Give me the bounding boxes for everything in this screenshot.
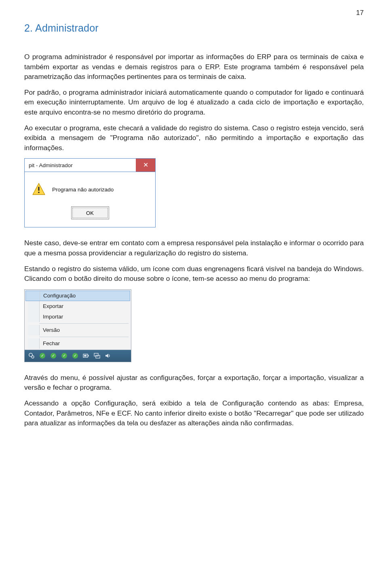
svg-rect-6 — [88, 355, 89, 357]
menu-item-label: Configuração — [43, 292, 76, 299]
paragraph-4: Neste caso, deve-se entrar em contato co… — [24, 238, 364, 258]
menu-gutter — [28, 325, 40, 335]
menu-item-label: Exportar — [43, 302, 63, 310]
system-tray: ✓ ✓ ✓ ✓ — [24, 350, 131, 362]
menu-gutter — [28, 312, 40, 322]
volume-icon[interactable] — [104, 352, 112, 359]
dialog-ok-button[interactable]: OK — [72, 208, 108, 218]
svg-rect-1 — [38, 187, 40, 191]
menu-item-fechar[interactable]: Fechar — [25, 338, 130, 349]
paragraph-2: Por padrão, o programa administrador ini… — [24, 87, 364, 117]
section-heading: 2. Administrador — [24, 21, 364, 36]
paragraph-3: Ao executar o programa, este checará a v… — [24, 123, 364, 153]
menu-gutter — [28, 291, 40, 301]
menu-item-label: Fechar — [43, 340, 60, 347]
menu-gutter — [28, 301, 40, 312]
dialog-message: Programa não autorizado — [52, 186, 114, 193]
gears-icon[interactable] — [28, 352, 35, 359]
paragraph-5: Estando o registro do sistema válido, um… — [24, 264, 364, 284]
menu-item-label: Versão — [43, 326, 60, 334]
dialog-titlebar: pit - Administrador ✕ — [25, 159, 155, 172]
warning-icon — [32, 183, 46, 196]
svg-point-4 — [32, 356, 34, 358]
svg-rect-8 — [94, 353, 98, 356]
svg-rect-2 — [38, 192, 40, 193]
menu-gutter — [28, 338, 40, 349]
menu-separator — [39, 323, 129, 324]
menu-item-importar[interactable]: Importar — [25, 312, 130, 322]
menu-item-versao[interactable]: Versão — [25, 325, 130, 335]
dialog-title: pit - Administrador — [25, 159, 136, 172]
tray-context-menu: Configuração Exportar Importar Versão Fe… — [24, 289, 131, 362]
battery-icon[interactable] — [82, 352, 90, 359]
dialog-close-button[interactable]: ✕ — [136, 159, 155, 172]
paragraph-6: Através do menu, é possível ajustar as c… — [24, 373, 364, 393]
svg-marker-10 — [105, 354, 108, 358]
svg-rect-9 — [96, 355, 100, 358]
svg-rect-7 — [84, 355, 86, 357]
unauthorized-dialog: pit - Administrador ✕ Programa não autor… — [24, 158, 156, 227]
status-ok-icon[interactable]: ✓ — [39, 352, 46, 359]
menu-item-exportar[interactable]: Exportar — [25, 301, 130, 312]
status-ok-icon[interactable]: ✓ — [61, 352, 68, 359]
menu-item-label: Importar — [43, 313, 63, 321]
menu-separator — [39, 337, 129, 337]
paragraph-1: O programa administrador é responsável p… — [24, 52, 364, 82]
status-ok-icon[interactable]: ✓ — [50, 352, 57, 359]
network-icon[interactable] — [93, 352, 101, 359]
paragraph-7: Acessando a opção Configuração, será exi… — [24, 398, 364, 428]
menu-item-configuracao[interactable]: Configuração — [25, 291, 130, 301]
page-number: 17 — [24, 8, 364, 18]
status-ok-icon[interactable]: ✓ — [72, 352, 79, 359]
